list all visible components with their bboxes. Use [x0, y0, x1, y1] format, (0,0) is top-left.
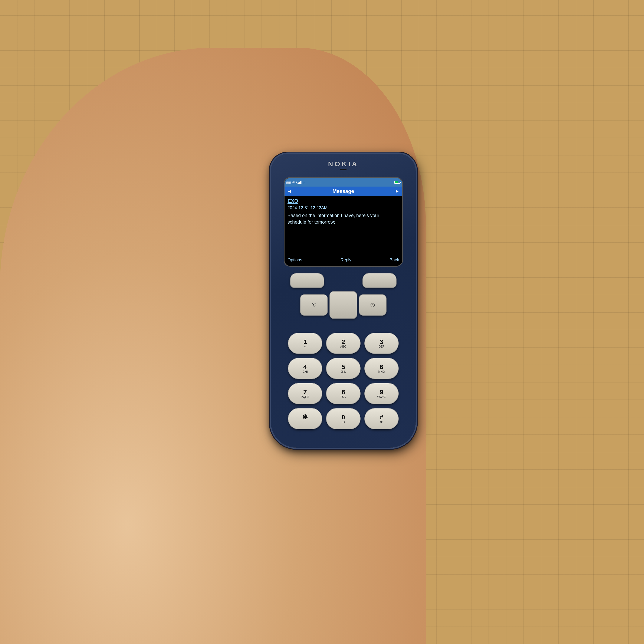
network-label: 4G — [292, 180, 297, 184]
key-9-number: 9 — [380, 389, 383, 395]
key-0-number: 0 — [342, 414, 345, 420]
key-7-number: 7 — [303, 389, 307, 395]
forward-arrow[interactable]: ► — [395, 188, 400, 194]
key-star-number: ✱ — [302, 414, 308, 420]
message-content: EXO 2024-12-31 12:22AM Based on the info… — [285, 196, 402, 228]
key-9-letters: WXYZ — [377, 395, 386, 398]
key-7[interactable]: 7 PQRS — [288, 383, 322, 404]
screen-display: ▦▦ 4G ♪ — [285, 178, 402, 266]
key-0[interactable]: 0 ⌴ — [326, 408, 360, 429]
navigation-area: ✆ ✆ — [284, 273, 403, 319]
key-8[interactable]: 8 TUV — [326, 383, 360, 404]
sim-icon: ▦▦ — [286, 181, 291, 184]
status-icons: ▦▦ 4G ♪ — [286, 180, 305, 184]
key-6-number: 6 — [380, 364, 383, 370]
key-hash[interactable]: # ✱ — [364, 408, 399, 429]
top-speaker — [340, 169, 346, 170]
key-3-number: 3 — [380, 339, 383, 345]
dpad-center[interactable] — [329, 291, 357, 319]
key-0-letters: ⌴ — [342, 420, 345, 423]
key-star-letters: + — [304, 420, 306, 423]
phone-body: NOKIA ▦▦ 4G — [271, 154, 416, 448]
key-2[interactable]: 2 ABC — [326, 333, 360, 354]
status-bar: ▦▦ 4G ♪ — [285, 178, 402, 187]
dpad-left[interactable]: ✆ — [300, 294, 328, 316]
key-6-letters: MNO — [378, 370, 385, 373]
header-title: Message — [332, 188, 354, 194]
key-1[interactable]: 1 ∞ — [288, 333, 322, 354]
key-1-letters: ∞ — [304, 345, 306, 348]
key-star[interactable]: ✱ + — [288, 408, 322, 429]
battery-icon — [394, 181, 400, 184]
back-softkey[interactable]: Back — [390, 257, 399, 262]
end-call-icon: ✆ — [370, 302, 375, 308]
right-softkey-button[interactable] — [362, 273, 397, 288]
key-5[interactable]: 5 JKL — [326, 358, 360, 379]
key-4[interactable]: 4 GHI — [288, 358, 322, 379]
key-4-letters: GHI — [302, 370, 308, 373]
key-6[interactable]: 6 MNO — [364, 358, 399, 379]
message-header: ◄ Message ► — [285, 187, 402, 196]
signal-bars — [298, 181, 302, 184]
key-2-letters: ABC — [340, 345, 346, 348]
key-5-letters: JKL — [341, 370, 346, 373]
key-2-number: 2 — [342, 339, 345, 345]
key-9[interactable]: 9 WXYZ — [364, 383, 399, 404]
softkeys-bar: Options Reply Back — [285, 256, 402, 264]
key-4-number: 4 — [303, 364, 307, 370]
battery-fill — [395, 181, 398, 183]
key-7-letters: PQRS — [301, 395, 309, 398]
music-icon: ♪ — [303, 181, 305, 184]
key-hash-number: # — [380, 414, 383, 420]
key-8-letters: TUV — [340, 395, 346, 398]
left-softkey-button[interactable] — [290, 273, 324, 288]
key-3-letters: DEF — [378, 345, 384, 348]
screen-bezel: ▦▦ 4G ♪ — [284, 177, 403, 267]
message-date: 2024-12-31 12:22AM — [287, 205, 399, 210]
call-icon: ✆ — [312, 302, 316, 308]
dpad-row: ✆ ✆ — [284, 291, 403, 319]
key-hash-letters: ✱ — [380, 420, 383, 423]
reply-softkey[interactable]: Reply — [341, 257, 351, 262]
key-1-number: 1 — [303, 339, 307, 345]
softkey-buttons-row — [284, 273, 403, 288]
options-softkey[interactable]: Options — [287, 257, 302, 262]
keypad: 1 ∞ 2 ABC 3 DEF 4 GHI 5 JKL 6 MNO — [284, 333, 403, 429]
message-sender: EXO — [287, 198, 399, 204]
key-3[interactable]: 3 DEF — [364, 333, 399, 354]
key-8-number: 8 — [342, 389, 345, 395]
dpad-right[interactable]: ✆ — [359, 294, 387, 316]
key-5-number: 5 — [342, 364, 345, 370]
back-arrow[interactable]: ◄ — [287, 188, 292, 194]
nokia-brand-label: NOKIA — [328, 160, 358, 168]
message-body: Based on the information I have, here's … — [287, 212, 399, 226]
nokia-phone: NOKIA ▦▦ 4G — [271, 154, 416, 448]
